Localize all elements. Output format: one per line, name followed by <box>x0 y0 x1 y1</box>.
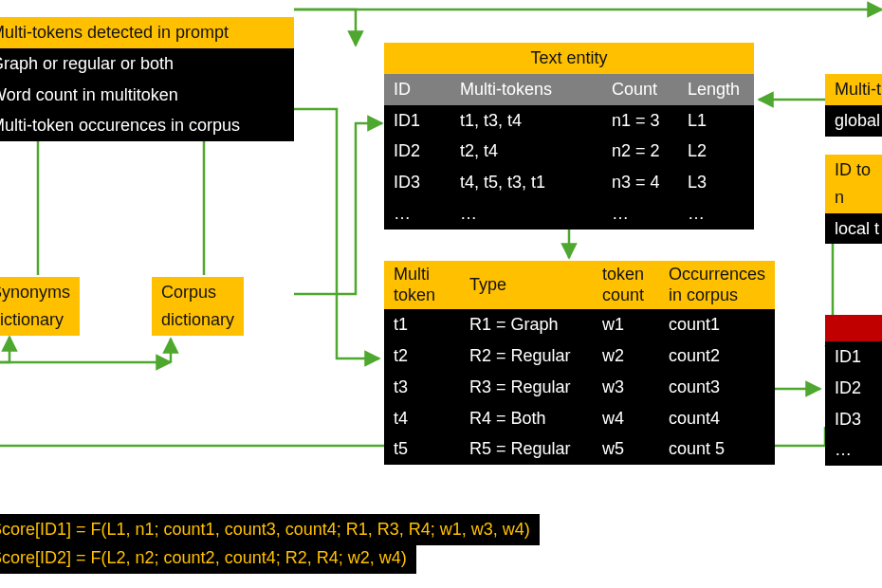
entity-col: Count <box>602 74 678 105</box>
corpus-dict-box: Corpus dictionary <box>152 277 244 336</box>
text-entity-table: Text entity ID Multi-tokens Count Length… <box>384 43 754 230</box>
mtoken-col: token count <box>593 261 659 309</box>
right-box-local: ID to n local t <box>825 155 882 244</box>
label: dictionary <box>0 306 70 334</box>
synonyms-dict-box: Synonyms dictionary <box>0 277 80 336</box>
tokens-box-row: Word count in multitoken <box>0 80 294 111</box>
list-item: … <box>825 434 882 466</box>
right-id-list: ID1 ID2 ID3 … <box>825 315 882 466</box>
tokens-box: Multi-tokens detected in prompt Graph or… <box>0 17 294 141</box>
entity-title: Text entity <box>384 43 754 74</box>
label: Synonyms <box>0 279 70 306</box>
list-item: ID3 <box>825 404 882 435</box>
tokens-box-title: Multi-tokens detected in prompt <box>0 17 294 48</box>
entity-col: Length <box>678 74 754 105</box>
mtoken-col: Occurrences in corpus <box>659 261 775 309</box>
label: dictionary <box>161 306 234 334</box>
score-formula-1: Score[ID1] = F(L1, n1; count1, count3, c… <box>0 514 540 545</box>
label: local t <box>825 213 882 245</box>
tokens-box-row: Graph or regular or both <box>0 48 294 80</box>
mtoken-col: Type <box>460 261 593 309</box>
label: global <box>825 105 882 137</box>
label: Corpus <box>161 279 234 306</box>
tokens-box-row: Multi-token occurences in corpus <box>0 110 294 141</box>
red-header <box>825 315 882 341</box>
entity-col: Multi-tokens <box>450 74 602 105</box>
entity-col: ID <box>384 74 450 105</box>
label: ID to n <box>825 155 882 213</box>
list-item: ID1 <box>825 341 882 373</box>
mtoken-col: Multi token <box>384 261 460 309</box>
list-item: ID2 <box>825 373 882 404</box>
score-formula-2: Score[ID2] = F(L2, n2; count2, count4; R… <box>0 542 416 574</box>
multitoken-table: Multi token Type token count Occurrences… <box>384 261 775 465</box>
right-box-global: Multi-t global <box>825 74 882 137</box>
label: Multi-t <box>825 74 882 105</box>
